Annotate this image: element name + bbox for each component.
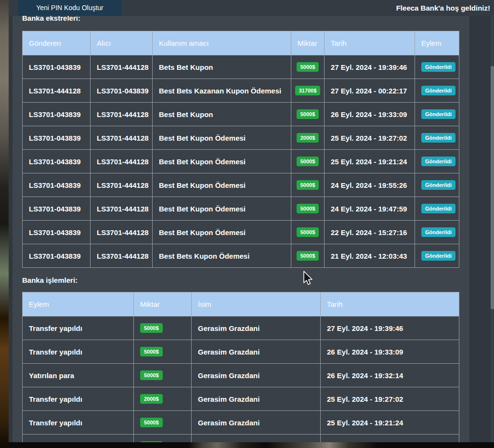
table-row: LS3701-043839LS3701-444128Best Bet Kupon… (23, 103, 459, 126)
column-header-receiver: Alıcı (91, 31, 153, 55)
status-badge: Gönderildi (421, 109, 455, 119)
column-header-action: Eylem (415, 31, 459, 55)
cell-text: 24 Eyl. 2024 - 19:55:26 (331, 181, 407, 189)
cell-text: LS3701-444128 (97, 205, 149, 213)
column-header-date: Tarih (325, 31, 415, 55)
table-row: LS3701-043839LS3701-444128Best Bet Kupon… (23, 173, 459, 197)
amount-badge: 31700$ (295, 86, 321, 95)
cell-text: Best Bet Kupon Ödemesi (159, 228, 246, 237)
cell-text: LS3701-444128 (29, 87, 81, 95)
table-row: Transfer yapıldı5000$Gerasim Grazdani25 … (23, 411, 459, 435)
cell-text: LS3701-444128 (97, 181, 149, 189)
table-row: Transfer yapıldı2000$Gerasim Grazdani25 … (23, 387, 459, 411)
amount-badge: 2000$ (297, 133, 319, 143)
cell-text: 21 Eyl. 2024 - 12:03:43 (331, 252, 407, 260)
cell-text: LS3701-043839 (29, 252, 81, 260)
cell-text: Transfer yapıldı (29, 395, 82, 403)
cell-text: 22 Eyl. 2024 - 15:27:16 (331, 228, 407, 237)
cell-text: 26 Eyl. 2024 - 19:32:14 (327, 371, 403, 380)
column-header-name: İsim (192, 292, 321, 316)
transactions-table: Eylem Miktar İsim Tarih Transfer yapıldı… (22, 292, 459, 442)
table-row: LS3701-043839LS3701-444128Best Bet Kupon… (23, 221, 459, 244)
cell-text: 25 Eyl. 2024 - 19:27:02 (331, 134, 407, 142)
cell-text: Gerasim Grazdani (198, 348, 260, 356)
column-header-amount: Miktar (134, 292, 192, 316)
cell-text: LS3701-043839 (29, 63, 81, 71)
amount-badge: 5000$ (140, 347, 163, 356)
cell-text: Best Bets Kazanan Kupon Ödemesi (159, 87, 281, 95)
scrollbar-thumb[interactable] (491, 66, 494, 309)
cell-text: Gerasim Grazdani (198, 324, 260, 332)
amount-badge: 5000$ (140, 418, 163, 427)
bank-content-panel: Banka ekstreleri: Gönderen Alıcı Kullanı… (13, 16, 469, 442)
cell-text: Best Bet Kupon Ödemesi (159, 158, 246, 166)
status-badge: Gönderildi (421, 180, 455, 190)
cell-text: 25 Eyl. 2024 - 19:21:24 (327, 419, 403, 427)
transactions-header-row: Eylem Miktar İsim Tarih (23, 292, 459, 316)
status-badge: Gönderildi (421, 133, 455, 143)
amount-badge: 5000$ (297, 227, 319, 237)
cell-text: Yatırılan para (29, 371, 74, 380)
column-header-action: Eylem (23, 292, 134, 316)
cell-text: Best Bet Kupon (159, 110, 213, 119)
amount-badge: 5000$ (140, 323, 163, 333)
page-scrollbar[interactable] (491, 16, 494, 442)
cell-text: Transfer yapıldı (29, 419, 82, 427)
cell-text: LS3701-043839 (29, 134, 81, 142)
top-header-bar: Yeni PIN Kodu Oluştur Fleeca Bank'a hoş … (9, 0, 494, 16)
transactions-section-label: Banka işlemleri: (22, 276, 78, 284)
cell-text: LS3701-043839 (29, 110, 81, 119)
column-header-purpose: Kullanım amacı (153, 31, 291, 55)
column-header-date: Tarih (321, 292, 459, 316)
table-row: LS3701-444128LS3701-043839Best Bets Kaza… (23, 79, 459, 103)
column-header-sender: Gönderen (23, 31, 91, 55)
cell-text: LS3701-043839 (29, 158, 81, 166)
amount-badge: 5000$ (297, 109, 319, 119)
cell-text: Best Bets Kupon Ödemesi (159, 252, 249, 260)
cell-text: 25 Eyl. 2024 - 19:20:43 (327, 442, 403, 443)
cell-text: 27 Eyl. 2024 - 00:22:17 (331, 87, 407, 95)
cell-text: Gerasim Grazdani (198, 442, 260, 443)
table-row: Transfer yapıldı5000$Gerasim Grazdani27 … (23, 316, 459, 340)
status-badge: Gönderildi (421, 227, 455, 237)
status-badge: Gönderildi (421, 251, 455, 261)
cell-text: LS3701-043839 (29, 181, 81, 189)
cell-text: LS3701-444128 (97, 228, 149, 237)
statements-header-row: Gönderen Alıcı Kullanım amacı Miktar Tar… (23, 31, 459, 55)
table-row: Yatırılan para5000$Gerasim Grazdani26 Ey… (23, 364, 459, 387)
cell-text: 27 Eyl. 2024 - 19:39:46 (331, 63, 407, 71)
table-row: LS3701-043839LS3701-444128Best Bets Kupo… (23, 244, 459, 268)
cell-text: LS3701-444128 (97, 158, 149, 166)
amount-badge: 5000$ (297, 180, 319, 190)
table-row: LS3701-043839LS3701-444128Best Bet Kupon… (23, 197, 459, 221)
cell-text: Best Bet Kupon Ödemesi (159, 205, 246, 213)
cell-text: LS3701-043839 (29, 205, 81, 213)
table-row: LS3701-043839LS3701-444128Best Bet Kupon… (23, 150, 459, 173)
cell-text: LS3701-444128 (97, 134, 149, 142)
cell-text: Bets Bet Kupon (159, 63, 213, 71)
cell-text: LS3701-444128 (97, 110, 149, 119)
new-pin-button[interactable]: Yeni PIN Kodu Oluştur (18, 0, 121, 16)
table-row: Yatırılan para5000$Gerasim Grazdani25 Ey… (23, 435, 459, 443)
status-badge: Gönderildi (421, 157, 455, 166)
status-badge: Gönderildi (421, 86, 455, 95)
cell-text: Transfer yapıldı (29, 348, 82, 356)
mouse-cursor-icon (302, 271, 313, 286)
amount-badge: 5000$ (297, 204, 319, 213)
amount-badge: 5000$ (140, 370, 163, 380)
table-row: LS3701-043839LS3701-444128Bets Bet Kupon… (23, 55, 459, 79)
cell-text: LS3701-444128 (97, 252, 149, 260)
cell-text: LS3701-444128 (97, 63, 149, 71)
table-row: LS3701-043839LS3701-444128Best Bet Kupon… (23, 126, 459, 150)
status-badge: Gönderildi (421, 204, 455, 213)
amount-badge: 5000$ (297, 157, 319, 166)
statements-section-label: Banka ekstreleri: (22, 16, 80, 22)
cell-text: 25 Eyl. 2024 - 19:21:24 (331, 158, 407, 166)
welcome-message: Fleeca Bank'a hoş geldiniz! (396, 0, 490, 16)
cell-text: Gerasim Grazdani (198, 395, 260, 403)
cell-text: LS3701-043839 (97, 87, 149, 95)
cell-text: Gerasim Grazdani (198, 371, 260, 380)
game-background-bottom (9, 442, 494, 448)
cell-text: Transfer yapıldı (29, 324, 82, 332)
cell-text: 26 Eyl. 2024 - 19:33:09 (331, 110, 407, 119)
